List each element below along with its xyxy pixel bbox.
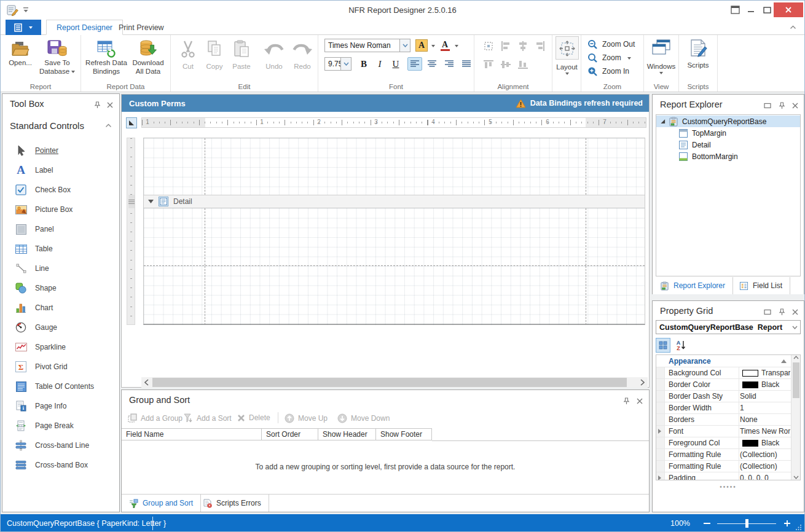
windows-button[interactable]: Windows — [646, 37, 677, 75]
property-row-border-color[interactable]: Border Color Black — [656, 379, 791, 391]
detail-band[interactable] — [144, 208, 645, 265]
toolbox-item-cross-band-line[interactable]: Cross-band Line — [2, 436, 119, 455]
column-show-footer[interactable]: Show Footer — [376, 428, 432, 440]
zoom-slider-minus[interactable] — [704, 523, 710, 524]
padding-expander-icon[interactable] — [658, 475, 664, 480]
data-bindings-warning[interactable]: Data Bindings refresh required — [516, 99, 643, 108]
column-sort-order[interactable]: Sort Order — [262, 428, 318, 440]
undo-button[interactable]: Undo — [261, 39, 287, 71]
fullscreen-button[interactable] — [728, 4, 742, 15]
zoom-out-button[interactable]: Zoom Out — [587, 38, 635, 50]
ribbon-collapse-icon[interactable] — [790, 25, 796, 29]
save-to-database-button[interactable]: Save To Database — [37, 37, 77, 76]
props-maximize-icon[interactable] — [762, 307, 773, 318]
explorer-maximize-icon[interactable] — [762, 100, 773, 111]
bold-button[interactable]: B — [357, 57, 371, 71]
font-color-caret-icon[interactable] — [455, 45, 458, 49]
toolbox-item-label[interactable]: A Label — [2, 160, 119, 180]
scroll-up-button[interactable] — [791, 356, 800, 359]
category-appearance[interactable]: Appearance — [656, 355, 791, 367]
toolbox-item-cross-band-box[interactable]: Cross-band Box — [2, 455, 119, 475]
toolbox-item-table[interactable]: Table — [2, 239, 119, 259]
toolbox-item-pointer[interactable]: Pointer — [2, 141, 119, 160]
toolbox-item-line[interactable]: Line — [2, 259, 119, 278]
splitter-grip-dots[interactable]: ••••• — [653, 483, 804, 490]
band-collapse-icon[interactable] — [148, 200, 154, 203]
tree-node-top-margin[interactable]: TopMargin — [656, 127, 800, 139]
group-sort-close-icon[interactable] — [634, 396, 645, 407]
report-page[interactable]: Detail — [143, 138, 645, 325]
property-row-font[interactable]: Font Times New Roman,... — [656, 426, 791, 437]
font-color-button[interactable]: A — [439, 39, 451, 52]
property-row-border-width[interactable]: Border Width 1 — [656, 402, 791, 414]
tree-node-root[interactable]: CustomQueryReportBase — [656, 115, 800, 127]
property-row-foreground-color[interactable]: Foreground Col Black — [656, 437, 791, 449]
props-close-icon[interactable] — [790, 307, 801, 318]
zoom-slider-plus[interactable] — [783, 520, 791, 527]
toolbox-item-panel[interactable]: Panel — [2, 219, 119, 239]
property-row-border-dash-style[interactable]: Border Dash Sty Solid — [656, 391, 791, 402]
column-show-header[interactable]: Show Header — [318, 428, 376, 440]
tree-node-bottom-margin[interactable]: BottomMargin — [656, 151, 800, 162]
property-object-selector[interactable]: CustomQueryReportBase Report — [656, 320, 801, 334]
property-row-formatting-rule-1[interactable]: Formatting Rule (Collection) — [656, 449, 791, 461]
detail-band-caption[interactable]: Detail — [144, 195, 645, 208]
align-justify-button[interactable] — [459, 57, 474, 71]
band-ruler-handle[interactable] — [128, 195, 135, 208]
scroll-down-button[interactable] — [791, 475, 800, 479]
property-row-padding[interactable]: Padding 0, 0, 0, 0 — [656, 472, 791, 480]
align-rights-button[interactable] — [533, 39, 547, 53]
toolbox-item-page-break[interactable]: Page Break — [2, 416, 119, 436]
minimize-button[interactable] — [744, 4, 758, 15]
toolbox-close-icon[interactable] — [104, 100, 116, 111]
props-pin-icon[interactable] — [776, 307, 787, 318]
property-grid-scrollbar[interactable] — [791, 355, 800, 480]
scroll-right-button[interactable] — [637, 377, 648, 388]
tab-scripts-errors[interactable]: Scripts Errors — [196, 495, 269, 512]
tab-group-and-sort[interactable]: Group and Sort — [122, 495, 201, 512]
add-a-group-button[interactable]: Add a Group — [128, 413, 183, 423]
tab-field-list[interactable]: Field List — [732, 277, 790, 294]
font-size-combo[interactable]: 9.75 — [324, 57, 351, 71]
top-margin-band[interactable] — [144, 138, 645, 195]
tab-print-preview[interactable]: Print Preview — [109, 20, 174, 35]
ruler-corner-button[interactable] — [126, 117, 137, 128]
property-row-formatting-rule-2[interactable]: Formatting Rule (Collection) — [656, 461, 791, 472]
application-menu-button[interactable] — [6, 20, 41, 35]
font-name-dropdown-icon[interactable] — [399, 39, 410, 52]
download-all-data-button[interactable]: Download All Data — [129, 37, 167, 76]
property-row-borders[interactable]: Borders None — [656, 414, 791, 426]
categorized-view-button[interactable] — [656, 338, 670, 353]
explorer-pin-icon[interactable] — [776, 100, 787, 111]
highlight-color-caret-icon[interactable] — [431, 45, 435, 49]
paste-button[interactable]: Paste — [229, 39, 254, 71]
toolbox-item-picture-box[interactable]: Picture Box — [2, 200, 119, 219]
zoom-button[interactable]: Zoom — [587, 52, 631, 64]
align-middles-button[interactable] — [499, 58, 512, 71]
toolbox-item-table-of-contents[interactable]: Table Of Contents — [2, 377, 119, 396]
zoom-slider-thumb[interactable] — [745, 519, 748, 528]
font-name-combo[interactable]: Times New Roman — [324, 39, 410, 52]
close-button[interactable] — [774, 2, 803, 17]
toolbox-item-check-box[interactable]: Check Box — [2, 180, 119, 200]
scrollbar-thumb-v[interactable] — [793, 362, 799, 398]
toolbox-item-pivot-grid[interactable]: Σ Pivot Grid — [2, 357, 119, 377]
toolbox-section-standard-controls[interactable]: Standard Controls — [2, 116, 119, 135]
design-horizontal-scrollbar[interactable] — [141, 377, 648, 388]
object-selector-dropdown-icon[interactable] — [790, 321, 800, 334]
toolbox-item-shape[interactable]: Shape — [2, 278, 119, 298]
scripts-button[interactable]: Scripts — [683, 37, 713, 69]
property-row-background-color[interactable]: Background Col Transparent — [656, 367, 791, 379]
move-up-button[interactable]: Move Up — [285, 413, 328, 423]
align-right-button[interactable] — [442, 57, 457, 71]
group-sort-pin-icon[interactable] — [621, 396, 632, 407]
scrollbar-thumb[interactable] — [152, 378, 627, 387]
tree-node-detail[interactable]: Detail — [656, 139, 800, 151]
alphabetical-sort-button[interactable]: AZ — [673, 338, 689, 353]
cut-button[interactable]: Cut — [176, 39, 200, 71]
toolbox-item-sparkline[interactable]: Sparkline — [2, 337, 119, 357]
explorer-close-icon[interactable] — [790, 100, 801, 111]
tab-report-explorer[interactable]: Report Explorer — [653, 277, 733, 294]
maximize-button[interactable] — [760, 4, 774, 15]
copy-button[interactable]: Copy — [202, 39, 227, 71]
